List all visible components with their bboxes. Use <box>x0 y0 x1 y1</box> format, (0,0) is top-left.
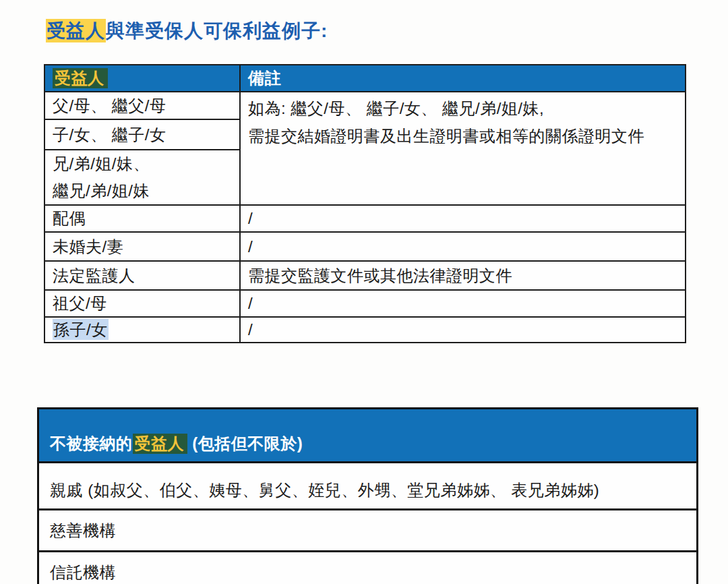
remark-cell: 需提交監護文件或其他法律證明文件 <box>240 261 686 290</box>
beneficiary-cell: 法定監護人 <box>44 261 240 290</box>
beneficiary-cell: 祖父/母 <box>44 290 240 317</box>
table-row: 孫子/女 / <box>44 317 686 343</box>
beneficiary-table-header-row: 受益人 備註 <box>44 65 686 92</box>
excluded-header-prefix: 不被接納的 <box>50 434 133 452</box>
beneficiary-cell: 子/女、 繼子/女 <box>44 119 240 150</box>
excluded-beneficiary-table: 不被接納的受益人 (包括但不限於) 親戚 (如叔父、伯父、姨母、舅父、姪兒、外甥… <box>37 407 698 584</box>
selected-beneficiary-text: 孫子/女 <box>53 319 109 340</box>
merged-remark-line1: 如為: 繼父/母、 繼子/女、 繼兄/弟/姐/妹, <box>248 94 677 122</box>
beneficiary-cell: 兄/弟/姐/妹、 繼兄/弟/姐/妹 <box>44 150 240 205</box>
excluded-header-cell: 不被接納的受益人 (包括但不限於) <box>38 409 698 463</box>
remark-cell: / <box>240 317 686 343</box>
header-cell-beneficiary: 受益人 <box>44 65 240 92</box>
title-rest: 與準受保人可保利益例子: <box>106 20 328 41</box>
beneficiary-cell: 未婚夫/妻 <box>44 232 240 261</box>
beneficiary-table: 受益人 備註 父/母、 繼父/母 如為: 繼父/母、 繼子/女、 繼兄/弟/姐/… <box>44 64 686 343</box>
table-row: 配偶 / <box>44 205 686 232</box>
excluded-item-cell: 信託機構 <box>38 552 698 584</box>
page-title: 受益人與準受保人可保利益例子: <box>46 18 728 44</box>
excluded-table-header-row: 不被接納的受益人 (包括但不限於) <box>38 409 698 463</box>
excluded-item-cell: 親戚 (如叔父、伯父、姨母、舅父、姪兒、外甥、堂兄弟姊姊、 表兄弟姊姊) <box>38 463 698 510</box>
beneficiary-cell: 孫子/女 <box>44 317 240 343</box>
table-row: 信託機構 <box>38 552 698 584</box>
excluded-header-suffix: (包括但不限於) <box>187 434 303 452</box>
remark-cell: / <box>240 232 686 261</box>
beneficiary-line2: 繼兄/弟/姐/妹 <box>53 177 232 204</box>
beneficiary-line1: 兄/弟/姐/妹、 <box>53 150 232 177</box>
beneficiary-header-highlight: 受益人 <box>53 68 108 88</box>
beneficiary-cell: 父/母、 繼父/母 <box>44 92 240 119</box>
merged-remark-cell: 如為: 繼父/母、 繼子/女、 繼兄/弟/姐/妹, 需提交結婚證明書及出生證明書… <box>240 92 686 205</box>
title-highlighted-term: 受益人 <box>46 19 106 42</box>
excluded-item-cell: 慈善機構 <box>38 510 698 552</box>
excluded-header-highlight: 受益人 <box>133 434 188 454</box>
table-row: 慈善機構 <box>38 510 698 552</box>
remark-cell: / <box>240 205 686 232</box>
table-row: 法定監護人 需提交監護文件或其他法律證明文件 <box>44 261 686 290</box>
table-row: 祖父/母 / <box>44 290 686 317</box>
table-row: 父/母、 繼父/母 如為: 繼父/母、 繼子/女、 繼兄/弟/姐/妹, 需提交結… <box>44 92 686 119</box>
header-cell-remarks: 備註 <box>240 65 686 92</box>
merged-remark-line2: 需提交結婚證明書及出生證明書或相等的關係證明文件 <box>248 122 677 150</box>
table-row: 未婚夫/妻 / <box>44 232 686 261</box>
remark-cell: / <box>240 290 686 317</box>
beneficiary-cell: 配偶 <box>44 205 240 232</box>
table-row: 親戚 (如叔父、伯父、姨母、舅父、姪兒、外甥、堂兄弟姊姊、 表兄弟姊姊) <box>38 463 698 510</box>
